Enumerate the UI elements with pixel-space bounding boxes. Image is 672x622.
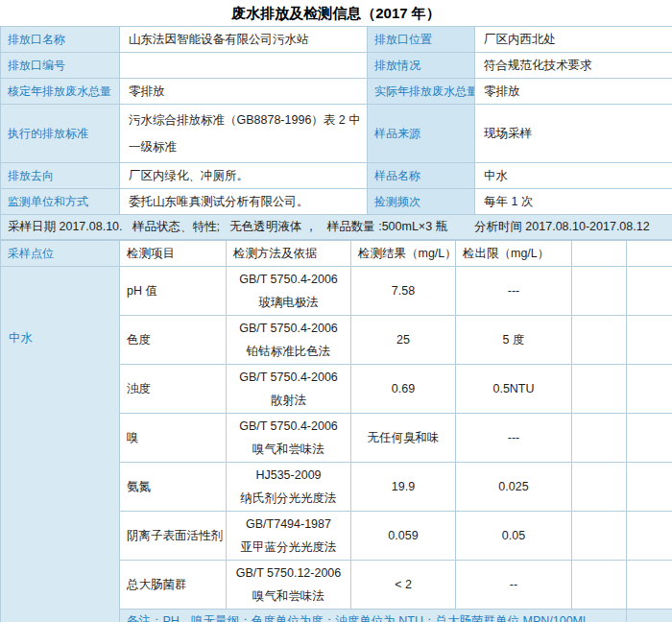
empty-cell: [627, 365, 672, 414]
detection-limit: 5 度: [456, 316, 572, 365]
header-test-method: 检测方法及依据: [227, 241, 351, 267]
table-row-ph: 中水 pH 值 GB/T 5750.4-2006 玻璃电极法 7.58 ---: [1, 267, 672, 316]
test-method: GB/T7494-1987 亚甲蓝分光光度法: [227, 512, 351, 561]
test-result: 25: [351, 316, 456, 365]
method-name: 玻璃电极法: [228, 291, 349, 314]
value-approved-total: 零排放: [120, 79, 368, 105]
empty-cell: [572, 463, 627, 512]
test-method: GB/T 5750.4-2006 铂钴标准比色法: [227, 316, 351, 365]
empty-cell: [627, 463, 672, 512]
label-outlet-location: 排放口位置: [368, 27, 475, 53]
label-test-frequency: 捡测频次: [368, 189, 475, 215]
label-monitor-unit: 监测单位和方式: [1, 189, 120, 215]
detection-limit: 0.05: [456, 512, 572, 561]
method-standard: HJ535-2009: [228, 464, 349, 487]
value-sample-source: 现场采样: [475, 105, 672, 163]
method-name: 纳氏剂分光光度法: [228, 487, 349, 510]
method-name: 散射法: [228, 389, 349, 412]
method-standard: GB/T 5750.4-2006: [228, 366, 349, 389]
test-item: 总大肠菌群: [120, 561, 227, 610]
label-outlet-number: 排放口编号: [1, 53, 120, 79]
test-item: pH 值: [120, 267, 227, 316]
label-outlet-name: 排放口名称: [1, 27, 120, 53]
detection-limit: --: [456, 561, 572, 610]
method-name: 嗅气和尝味法: [228, 438, 349, 461]
value-test-frequency: 每年 1 次: [475, 189, 672, 215]
test-item: 阴离子表面活性剂: [120, 512, 227, 561]
table-row: 排放去向 厂区内绿化、冲厕所。 样品名称 中水: [1, 163, 672, 189]
method-standard: GB/T 5750.4-2006: [228, 415, 349, 438]
label-approved-total: 核定年排放废水总量: [1, 79, 120, 105]
detection-limit: ---: [456, 267, 572, 316]
label-actual-total: 实际年排放废水总量: [368, 79, 475, 105]
method-standard: GB/T 5750.4-2006: [228, 268, 349, 291]
label-discharge-status: 排放情况: [368, 53, 475, 79]
method-name: 嗅气和尝味法: [228, 585, 349, 608]
empty-cell: [572, 316, 627, 365]
empty-cell: [572, 267, 627, 316]
test-method: GB/T 5750.4-2006 玻璃电极法: [227, 267, 351, 316]
empty-cell: [572, 512, 627, 561]
label-sample-source: 样品来源: [368, 105, 475, 163]
page-title: 废水排放及检测信息（2017 年）: [0, 0, 672, 26]
detection-limit: 0.5NTU: [456, 365, 572, 414]
method-name: 铂钴标准比色法: [228, 340, 349, 363]
label-standard: 执行的排放标准: [1, 105, 120, 163]
test-result: 0.69: [351, 365, 456, 414]
header-test-item: 检测项目: [120, 241, 227, 267]
test-result: 无任何臭和味: [351, 414, 456, 463]
method-standard: GB/T 5750.12-2006: [228, 562, 349, 585]
value-standard: 污水综合排放标准（GB8878-1996）表 2 中一级标准: [120, 105, 368, 163]
table-row: 执行的排放标准 污水综合排放标准（GB8878-1996）表 2 中一级标准 样…: [1, 105, 672, 163]
detection-limit: 0.025: [456, 463, 572, 512]
remark-empty-cell: [627, 610, 672, 622]
value-outlet-location: 厂区内西北处: [475, 27, 672, 53]
detection-limit: ---: [456, 414, 572, 463]
label-discharge-destination: 排放去向: [1, 163, 120, 189]
table-row: 核定年排放废水总量 零排放 实际年排放废水总量 零排放: [1, 79, 672, 105]
empty-cell: [627, 414, 672, 463]
test-result: 0.059: [351, 512, 456, 561]
header-sample-point: 采样点位: [1, 241, 120, 267]
test-item: 浊度: [120, 365, 227, 414]
value-actual-total: 零排放: [475, 79, 672, 105]
table-row: 排放口编号 排放情况 符合规范化技术要求: [1, 53, 672, 79]
test-item: 氨氮: [120, 463, 227, 512]
test-result: 19.9: [351, 463, 456, 512]
empty-cell: [627, 512, 672, 561]
value-discharge-destination: 厂区内绿化、冲厕所。: [120, 163, 368, 189]
table-header-row: 采样点位 检测项目 检测方法及依据 检测结果（mg/L） 检出限（mg/L）: [1, 241, 672, 267]
header-detection-limit: 检出限（mg/L）: [456, 241, 572, 267]
sample-point-value: 中水: [1, 267, 120, 622]
value-monitor-unit: 委托山东唯真测试分析有限公司。: [120, 189, 368, 215]
test-result: < 2: [351, 561, 456, 610]
test-method: GB/T 5750.4-2006 嗅气和尝味法: [227, 414, 351, 463]
empty-cell: [627, 561, 672, 610]
test-item: 色度: [120, 316, 227, 365]
test-method: GB/T 5750.12-2006 嗅气和尝味法: [227, 561, 351, 610]
value-sample-name: 中水: [475, 163, 672, 189]
empty-cell: [627, 316, 672, 365]
report-page: 废水排放及检测信息（2017 年） 排放口名称 山东法因智能设备有限公司污水站 …: [0, 0, 672, 622]
value-outlet-number: [120, 53, 368, 79]
method-standard: GB/T7494-1987: [228, 513, 349, 536]
empty-cell: [572, 365, 627, 414]
test-method: HJ535-2009 纳氏剂分光光度法: [227, 463, 351, 512]
method-name: 亚甲蓝分光光度法: [228, 536, 349, 559]
value-discharge-status: 符合规范化技术要求: [475, 53, 672, 79]
sampling-date-line: 采样日期 2017.08.10. 样品状态、特性; 无色透明液体 ， 样品数量 …: [1, 215, 672, 240]
header-test-result: 检测结果（mg/L）: [351, 241, 456, 267]
test-result: 7.58: [351, 267, 456, 316]
empty-cell: [572, 414, 627, 463]
header-empty: [627, 241, 672, 267]
empty-cell: [572, 561, 627, 610]
detection-results-table: 采样点位 检测项目 检测方法及依据 检测结果（mg/L） 检出限（mg/L） 中…: [0, 240, 672, 622]
empty-cell: [627, 267, 672, 316]
table-row: 排放口名称 山东法因智能设备有限公司污水站 排放口位置 厂区内西北处: [1, 27, 672, 53]
discharge-info-table: 排放口名称 山东法因智能设备有限公司污水站 排放口位置 厂区内西北处 排放口编号…: [0, 26, 672, 240]
test-item: 嗅: [120, 414, 227, 463]
test-method: GB/T 5750.4-2006 散射法: [227, 365, 351, 414]
label-sample-name: 样品名称: [368, 163, 475, 189]
header-empty: [572, 241, 627, 267]
remark-note: 备注：PH、嗅无量纲；色度单位为度；浊度单位为 NTU；总大肠菌群单位 MPN/…: [120, 610, 627, 622]
